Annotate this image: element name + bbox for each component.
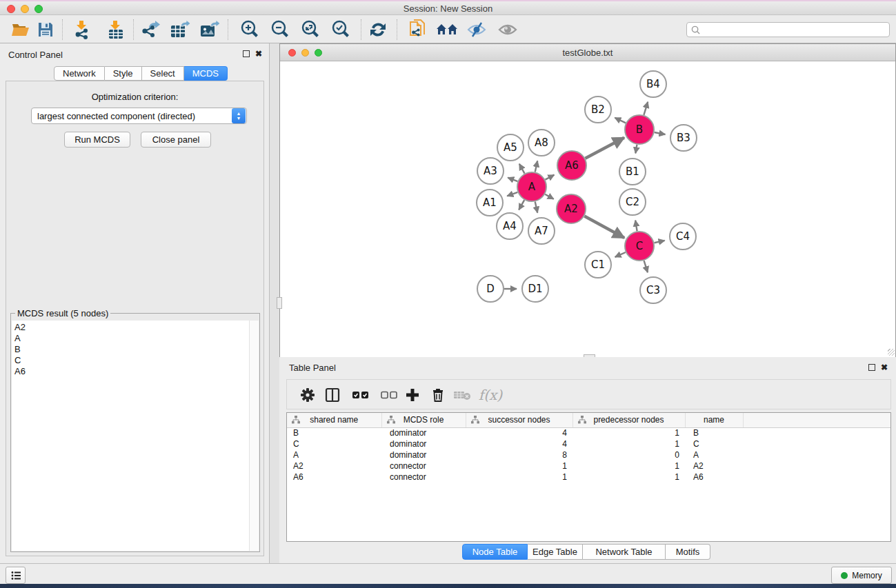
table-cell[interactable]: dominator [381, 449, 466, 460]
graph-edge-A-A8[interactable] [535, 161, 538, 172]
mcds-result-item[interactable]: A [14, 333, 249, 344]
search-input[interactable] [700, 23, 889, 36]
graph-node-A7[interactable]: A7 [528, 218, 555, 244]
close-panel-button[interactable]: Close panel [141, 132, 211, 148]
tab-edge-table[interactable]: Edge Table [528, 544, 583, 560]
tab-motifs[interactable]: Motifs [666, 544, 710, 560]
graph-edge-A-A1[interactable] [507, 192, 517, 196]
import-network-button[interactable] [70, 18, 95, 41]
add-column-button[interactable] [401, 383, 424, 407]
delete-column-button[interactable] [426, 383, 450, 407]
tab-network[interactable]: Network [54, 66, 105, 81]
column-header-shared-name[interactable]: shared name [287, 413, 381, 427]
delete-table-button[interactable] [450, 383, 474, 407]
graph-node-A5[interactable]: A5 [497, 134, 524, 161]
table-cell[interactable]: C [287, 438, 381, 449]
graph-node-B2[interactable]: B2 [585, 97, 611, 123]
graph-edge-A-A5[interactable] [519, 164, 525, 174]
birdseye-toggle-handle[interactable] [277, 297, 282, 309]
run-mcds-button[interactable]: Run MCDS [64, 132, 130, 148]
graph-node-B[interactable]: B [625, 115, 654, 144]
network-canvas[interactable]: B4B2BB3A8A5A6A3B1AC2A1A2A4A7C4CC1DD1C3 [280, 62, 895, 357]
tab-mcds[interactable]: MCDS [184, 66, 228, 81]
select-all-columns-button[interactable] [349, 383, 372, 407]
float-panel-icon[interactable] [243, 50, 250, 57]
table-cell[interactable]: 0 [573, 449, 685, 460]
table-cell[interactable]: B [685, 427, 743, 438]
graph-edge-C-C3[interactable] [644, 261, 648, 272]
mcds-result-item[interactable]: C [14, 355, 249, 366]
table-cell[interactable]: A6 [287, 472, 381, 483]
save-session-button[interactable] [33, 18, 58, 41]
column-header-name[interactable]: name [685, 413, 743, 427]
graph-node-C4[interactable]: C4 [670, 223, 696, 250]
graph-edge-A-A7[interactable] [535, 201, 538, 212]
memory-button[interactable]: Memory [831, 567, 892, 584]
column-header-successor-nodes[interactable]: successor nodes [466, 413, 573, 427]
table-cell[interactable]: 4 [466, 427, 573, 438]
graph-edge-A-A4[interactable] [519, 200, 524, 210]
search-field[interactable] [686, 22, 890, 37]
table-cell[interactable]: 1 [573, 460, 685, 472]
close-panel-icon[interactable]: ✖ [881, 364, 888, 371]
show-selected-button[interactable] [495, 18, 520, 41]
table-cell[interactable]: 1 [466, 472, 573, 483]
graph-edge-C-C1[interactable] [615, 252, 626, 257]
export-table-button[interactable] [168, 18, 192, 41]
table-cell[interactable]: connector [381, 460, 466, 472]
graph-edge-C-C2[interactable] [635, 221, 637, 232]
table-row[interactable]: A6connector11A6 [287, 472, 891, 483]
criterion-dropdown[interactable]: largest connected component (directed) ▲… [31, 108, 247, 124]
graph-node-B3[interactable]: B3 [670, 125, 697, 151]
graph-node-A6[interactable]: A6 [557, 151, 586, 180]
graph-edge-A-A2[interactable] [545, 194, 554, 199]
table-cell[interactable]: dominator [381, 427, 466, 438]
table-cell[interactable]: 1 [573, 472, 685, 483]
mcds-result-item[interactable]: A2 [14, 322, 249, 333]
zoom-out-button[interactable] [268, 18, 292, 41]
table-cell[interactable]: A [685, 449, 743, 460]
table-cell[interactable]: 1 [573, 438, 685, 449]
graph-node-B1[interactable]: B1 [619, 159, 646, 185]
table-cell[interactable]: B [287, 427, 381, 438]
mcds-result-item[interactable]: B [14, 344, 249, 355]
zoom-in-button[interactable] [237, 18, 262, 41]
float-panel-icon[interactable] [868, 364, 875, 371]
graph-node-D[interactable]: D [477, 276, 504, 302]
graph-edge-C-C4[interactable] [654, 241, 664, 243]
graph-node-A[interactable]: A [517, 172, 546, 201]
new-network-button[interactable] [405, 18, 430, 41]
tab-select[interactable]: Select [142, 66, 184, 81]
table-cell[interactable]: 1 [573, 427, 685, 438]
table-cell[interactable]: 1 [466, 460, 573, 472]
table-row[interactable]: Adominator80A [287, 449, 891, 460]
graph-node-A1[interactable]: A1 [477, 190, 503, 216]
graph-edge-B-B3[interactable] [655, 132, 666, 134]
graph-node-C1[interactable]: C1 [585, 252, 611, 278]
table-cell[interactable]: 8 [466, 449, 573, 460]
table-cell[interactable]: A6 [685, 472, 743, 483]
graph-edge-A-A3[interactable] [508, 178, 517, 181]
network-window-titlebar[interactable]: testGlobe.txt [280, 44, 895, 61]
tab-node-table[interactable]: Node Table [462, 544, 528, 560]
export-network-button[interactable] [138, 18, 163, 41]
zoom-selected-button[interactable] [328, 18, 353, 41]
tab-style[interactable]: Style [105, 66, 142, 81]
refresh-layout-button[interactable] [366, 18, 390, 41]
graph-edge-A-A6[interactable] [545, 175, 554, 180]
export-image-button[interactable] [197, 18, 222, 41]
show-all-button[interactable] [435, 18, 459, 41]
deselect-all-columns-button[interactable] [377, 383, 401, 407]
graph-node-C[interactable]: C [625, 232, 654, 261]
graph-node-B4[interactable]: B4 [640, 71, 666, 97]
import-table-button[interactable] [103, 18, 128, 41]
graph-node-D1[interactable]: D1 [522, 276, 548, 302]
table-cell[interactable]: A2 [685, 460, 743, 472]
close-panel-icon[interactable]: ✖ [255, 50, 262, 57]
graph-edge-A6-B[interactable] [585, 138, 624, 159]
mcds-result-item[interactable]: A6 [14, 366, 249, 377]
table-cell[interactable]: C [685, 438, 743, 449]
graph-node-C2[interactable]: C2 [619, 189, 646, 215]
graph-node-A8[interactable]: A8 [528, 130, 555, 156]
table-row[interactable]: A2connector11A2 [287, 460, 891, 472]
